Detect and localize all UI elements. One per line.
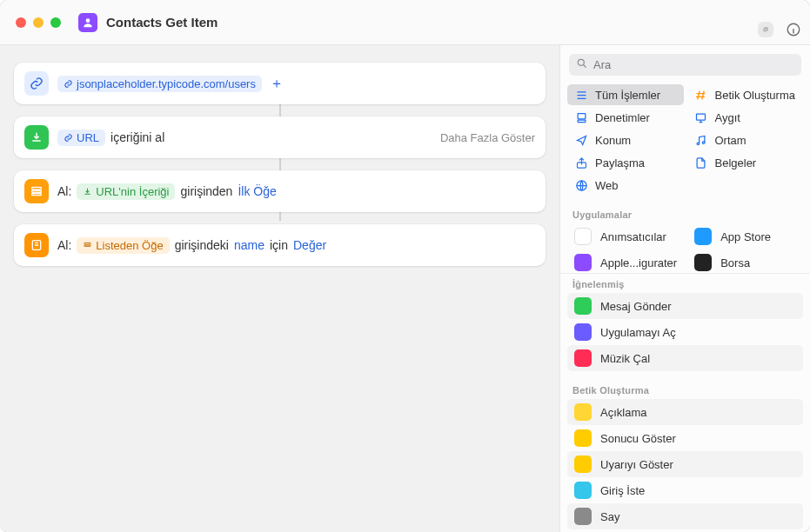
url-token[interactable]: jsonplaceholder.typicode.com/users bbox=[57, 76, 262, 92]
category-betik-oluşturma[interactable]: Betik Oluşturma bbox=[687, 84, 804, 105]
dict-mid-text: girişindeki bbox=[175, 238, 229, 252]
list-item[interactable]: Uygulamayı Aç bbox=[567, 319, 803, 345]
app-icon bbox=[574, 403, 592, 421]
pinned-header: İğnelenmiş bbox=[560, 274, 810, 293]
app-icon bbox=[574, 482, 592, 499]
contents-variable-token[interactable]: URL'nin İçeriği bbox=[77, 183, 175, 200]
list-item[interactable]: App Store bbox=[687, 223, 803, 249]
list-item[interactable]: Giriş İste bbox=[567, 477, 803, 503]
category-icon bbox=[574, 133, 588, 147]
dict-value-token[interactable]: Değer bbox=[293, 238, 326, 252]
library-add-icon[interactable] bbox=[758, 22, 773, 37]
category-web[interactable]: Web bbox=[567, 175, 684, 196]
category-icon bbox=[694, 110, 708, 124]
get-which-token[interactable]: İlk Öğe bbox=[238, 184, 276, 198]
list-item-icon bbox=[24, 179, 49, 203]
item-label: Müzik Çal bbox=[600, 352, 650, 365]
category-tüm-i̇şlemler[interactable]: Tüm İşlemler bbox=[567, 84, 684, 105]
workflow-canvas[interactable]: jsonplaceholder.typicode.com/users ＋ URL… bbox=[0, 45, 559, 532]
action-get-contents[interactable]: URL içeriğini al Daha Fazla Göster bbox=[14, 116, 546, 158]
list-item[interactable]: Uyarıyı Göster bbox=[567, 451, 803, 477]
download-icon bbox=[24, 125, 49, 150]
svg-point-10 bbox=[578, 59, 584, 65]
url-variable-token[interactable]: URL bbox=[57, 130, 105, 146]
svg-rect-7 bbox=[84, 245, 90, 246]
workflow-app-icon bbox=[78, 13, 97, 32]
svg-rect-13 bbox=[697, 114, 706, 120]
item-label: Giriş İste bbox=[600, 484, 645, 497]
apps-header: Uygulamalar bbox=[560, 204, 810, 223]
item-label: App Store bbox=[720, 230, 771, 243]
list-item[interactable]: Açıklama bbox=[567, 399, 803, 425]
category-label: Konum bbox=[595, 134, 631, 147]
contents-var-label: URL'nin İçeriği bbox=[96, 185, 169, 198]
list-item-variable-token[interactable]: Listeden Öğe bbox=[77, 237, 169, 254]
get-dict-label: Al: bbox=[57, 238, 71, 252]
item-label: Borsa bbox=[720, 256, 750, 269]
window-close[interactable] bbox=[16, 17, 26, 28]
list-item[interactable]: Anımsatıcılar bbox=[567, 223, 684, 249]
category-label: Tüm İşlemler bbox=[595, 89, 660, 102]
info-icon[interactable] bbox=[786, 22, 801, 37]
action-get-dictionary-value[interactable]: Al: Listeden Öğe girişindeki name için D… bbox=[14, 224, 546, 266]
item-label: Anımsatıcılar bbox=[600, 230, 666, 243]
svg-point-15 bbox=[702, 141, 705, 143]
category-label: Aygıt bbox=[715, 111, 740, 124]
scripting-header: Betik Oluşturma bbox=[560, 380, 810, 399]
category-icon bbox=[574, 88, 588, 102]
category-paylaşma[interactable]: Paylaşma bbox=[567, 152, 684, 173]
category-ortam[interactable]: Ortam bbox=[687, 130, 804, 150]
dict-for-text: için bbox=[270, 238, 288, 252]
search-input[interactable] bbox=[569, 54, 801, 76]
item-label: Uygulamayı Aç bbox=[600, 326, 676, 339]
category-aygıt[interactable]: Aygıt bbox=[687, 107, 804, 128]
svg-rect-3 bbox=[32, 190, 42, 192]
list-item[interactable]: Mesaj Gönder bbox=[567, 293, 803, 319]
action-url[interactable]: jsonplaceholder.typicode.com/users ＋ bbox=[14, 63, 546, 104]
window-zoom[interactable] bbox=[50, 17, 61, 28]
search-icon bbox=[576, 57, 588, 73]
category-icon bbox=[694, 156, 708, 170]
app-icon bbox=[574, 323, 592, 341]
app-icon bbox=[574, 429, 592, 447]
item-label: Mesaj Gönder bbox=[600, 300, 672, 313]
list-item[interactable]: Say bbox=[567, 503, 803, 529]
category-label: Ortam bbox=[715, 134, 746, 147]
item-label: Say bbox=[600, 510, 619, 523]
dictionary-icon bbox=[24, 233, 49, 257]
app-icon bbox=[574, 456, 592, 473]
window-minimize[interactable] bbox=[33, 17, 44, 28]
category-label: Betik Oluşturma bbox=[715, 89, 795, 102]
category-label: Web bbox=[595, 179, 619, 192]
app-icon bbox=[574, 228, 592, 245]
svg-rect-4 bbox=[32, 194, 42, 196]
category-label: Belgeler bbox=[715, 156, 757, 170]
item-label: Sonucu Göster bbox=[600, 432, 676, 445]
category-denetimler[interactable]: Denetimler bbox=[567, 107, 684, 128]
svg-point-0 bbox=[86, 18, 90, 23]
add-url-button[interactable]: ＋ bbox=[267, 74, 286, 93]
category-label: Denetimler bbox=[595, 111, 650, 124]
dict-key-token[interactable]: name bbox=[234, 238, 264, 252]
list-item[interactable]: Apple...igurater bbox=[567, 249, 684, 274]
svg-rect-2 bbox=[32, 187, 42, 190]
app-icon bbox=[574, 254, 592, 271]
item-label: Uyarıyı Göster bbox=[600, 458, 673, 471]
show-more-button[interactable]: Daha Fazla Göster bbox=[440, 131, 535, 144]
list-item-var-label: Listeden Öğe bbox=[96, 239, 163, 252]
category-belgeler[interactable]: Belgeler bbox=[687, 152, 804, 173]
list-item[interactable]: Müzik Çal bbox=[567, 345, 803, 371]
svg-rect-11 bbox=[578, 113, 586, 118]
category-icon bbox=[694, 88, 708, 102]
category-icon bbox=[574, 178, 588, 192]
action-get-item[interactable]: Al: URL'nin İçeriği girişinden İlk Öğe bbox=[14, 170, 546, 212]
app-icon bbox=[694, 228, 712, 245]
search-field[interactable] bbox=[569, 54, 801, 76]
list-item[interactable]: Borsa bbox=[687, 249, 803, 274]
category-konum[interactable]: Konum bbox=[567, 130, 684, 150]
app-icon bbox=[694, 254, 712, 271]
list-item[interactable]: Sonucu Göster bbox=[567, 425, 803, 451]
url-var-label: URL bbox=[77, 131, 99, 144]
svg-point-14 bbox=[697, 143, 700, 145]
get-label: Al: bbox=[57, 184, 71, 198]
